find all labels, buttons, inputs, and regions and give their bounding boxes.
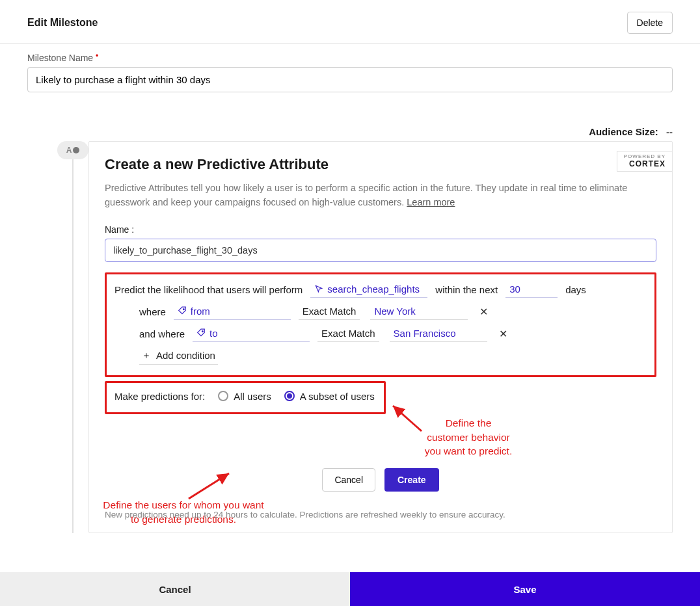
radio-icon	[284, 391, 295, 401]
cortex-badge: POWERED BY CORTEX	[617, 151, 672, 172]
cond-value[interactable]: San Francisco	[390, 326, 487, 342]
predict-lead: Predict the likelihood that users will p…	[114, 284, 303, 295]
cond-prefix: where	[139, 306, 166, 317]
cond-prefix: and where	[139, 328, 185, 339]
within-label: within the next	[435, 284, 498, 295]
required-indicator: •	[96, 51, 98, 60]
svg-point-0	[183, 309, 184, 310]
footer-cancel-button[interactable]: Cancel	[0, 572, 350, 606]
page-footer: Cancel Save	[0, 572, 700, 606]
plus-icon: ＋	[142, 350, 151, 362]
milestone-name-label: Milestone Name	[27, 53, 93, 63]
tag-icon	[196, 328, 206, 337]
cond-operator[interactable]: Exact Match	[317, 326, 379, 342]
tag-icon	[178, 306, 187, 315]
footer-save-button[interactable]: Save	[350, 572, 700, 606]
delete-button[interactable]: Delete	[627, 12, 673, 34]
scope-label: Make predictions for:	[114, 391, 205, 402]
cursor-icon	[314, 284, 323, 293]
audience-size-value: --	[666, 126, 673, 137]
radio-subset-users[interactable]: A subset of users	[284, 391, 375, 402]
milestone-name-input[interactable]	[27, 67, 673, 92]
cond-operator[interactable]: Exact Match	[299, 304, 360, 320]
add-criteria-button[interactable]: ＋ Add Criteria	[113, 421, 181, 438]
predict-event-picker[interactable]: search_cheap_flights	[310, 282, 427, 298]
cond-property-picker[interactable]: to	[193, 326, 310, 342]
audience-size-row: Audience Size: --	[27, 126, 673, 137]
cancel-button[interactable]: Cancel	[322, 468, 375, 492]
timeline-node-label: A	[66, 146, 72, 155]
remove-condition-button[interactable]: ✕	[476, 306, 492, 318]
remove-condition-button[interactable]: ✕	[495, 328, 511, 340]
within-unit: days	[565, 284, 586, 295]
prediction-footnote: New predictions need up to 24 hours to c…	[105, 510, 656, 520]
timeline-node-dot-icon	[73, 147, 79, 153]
within-value-input[interactable]: 30	[505, 282, 558, 298]
cond-value[interactable]: New York	[370, 304, 468, 320]
page-header: Edit Milestone Delete	[0, 0, 700, 44]
milestone-name-row: Milestone Name •	[27, 53, 673, 92]
cond-property-picker[interactable]: from	[174, 304, 291, 320]
plus-icon: ＋	[116, 423, 125, 434]
predictive-attribute-card: POWERED BY CORTEX Create a new Predictiv…	[88, 141, 673, 533]
radio-icon	[218, 391, 228, 401]
attr-name-label: Name :	[105, 224, 656, 235]
page-title: Edit Milestone	[27, 17, 98, 29]
svg-point-1	[202, 331, 204, 332]
timeline-line	[72, 159, 74, 533]
radio-all-users[interactable]: All users	[218, 391, 271, 402]
create-button[interactable]: Create	[384, 468, 439, 492]
learn-more-link[interactable]: Learn more	[407, 197, 455, 207]
card-description: Predictive Attributes tell you how likel…	[105, 181, 656, 210]
cortex-brand: CORTEX	[624, 160, 666, 168]
timeline-node[interactable]: A	[57, 141, 88, 159]
add-condition-button[interactable]: ＋ Add condition	[139, 349, 218, 365]
predict-definition-box: Predict the likelihood that users will p…	[105, 272, 656, 377]
attr-name-input[interactable]	[105, 239, 656, 262]
audience-size-label: Audience Size:	[589, 126, 658, 137]
card-heading: Create a new Predictive Attribute	[105, 156, 656, 173]
scope-box: Make predictions for: All users A subset…	[105, 381, 386, 414]
